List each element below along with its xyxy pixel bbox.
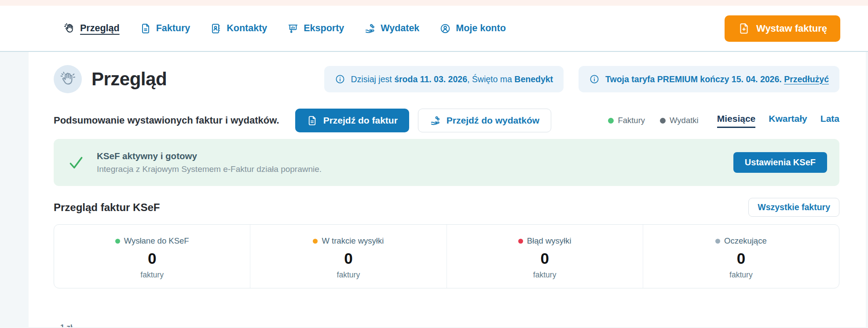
nav-label: Wydatek (381, 23, 419, 34)
nav-label: Eksporty (304, 23, 344, 34)
tab-kwartaly[interactable]: Kwartały (769, 113, 807, 128)
stat-value: 0 (148, 250, 156, 267)
stat-label-row: Wysłane do KSeF (115, 236, 189, 246)
stat-value: 0 (344, 250, 352, 267)
chart-axis-label-partial: 1 zł (60, 323, 839, 327)
status-dot-gray (715, 239, 720, 244)
ksef-section-header: Przegląd faktur KSeF Wszystkie faktury (54, 197, 839, 217)
info-icon (335, 74, 345, 84)
page-title: Przegląd (92, 69, 167, 90)
ksef-banner-subtitle: Integracja z Krajowym Systemem e-Faktur … (97, 164, 322, 174)
go-to-expenses-button[interactable]: Przejdź do wydatków (418, 109, 551, 132)
nav-item-moje-konto[interactable]: Moje konto (439, 23, 505, 34)
stat-value: 0 (540, 250, 549, 267)
period-tabs: Miesiące Kwartały Lata (717, 113, 839, 128)
tab-lata[interactable]: Lata (820, 113, 839, 128)
invoice-icon (140, 23, 151, 34)
nav-item-kontakty[interactable]: Kontakty (210, 23, 267, 34)
plan-text: Twoja taryfa PREMIUM kończy 15. 04. 2026… (605, 74, 829, 84)
wave-hand-illustration-icon (60, 71, 76, 87)
nav-item-eksporty[interactable]: Eksporty (287, 23, 344, 34)
stat-label: Wysłane do KSeF (124, 236, 189, 246)
page-header: Przegląd Dzisiaj jest środa 11. 03. 2026… (54, 61, 839, 97)
legend-item-wydatki: Wydatki (660, 116, 699, 125)
wave-hand-icon (64, 23, 75, 34)
expense-icon (364, 23, 376, 34)
nav-label: Kontakty (227, 23, 267, 34)
summary-text: Podsumowanie wystawionych faktur i wydat… (54, 115, 279, 126)
legend-item-faktury: Faktury (608, 116, 645, 125)
legend-dot-green (608, 118, 614, 124)
all-invoices-button[interactable]: Wszystkie faktury (748, 198, 839, 217)
tab-miesiace[interactable]: Miesiące (717, 113, 756, 128)
main-content: Przegląd Dzisiaj jest środa 11. 03. 2026… (29, 52, 866, 327)
chart-legend: Faktury Wydatki (608, 116, 698, 125)
nav-label: Przegląd (80, 23, 120, 34)
go-to-invoices-label: Przejdź do faktur (323, 115, 398, 126)
status-dot-red (518, 239, 523, 244)
ksef-status-banner: KSeF aktywny i gotowy Integracja z Krajo… (54, 139, 839, 186)
plan-info-pill: Twoja taryfa PREMIUM kończy 15. 04. 2026… (579, 66, 839, 92)
legend-dot-gray (660, 118, 666, 124)
stat-label: Oczekujące (724, 236, 767, 246)
today-text: Dzisiaj jest środa 11. 03. 2026, Święto … (351, 74, 553, 84)
nav-item-wydatek[interactable]: Wydatek (364, 23, 419, 34)
stat-label: Błąd wysyłki (527, 236, 571, 246)
info-icon (589, 74, 600, 84)
info-pills: Dzisiaj jest środa 11. 03. 2026, Święto … (324, 66, 839, 92)
stat-oczekujace: Oczekujące 0 faktury (643, 225, 839, 288)
stat-label-row: W trakcie wysyłki (313, 236, 384, 246)
nav-label: Faktury (156, 23, 190, 34)
stat-unit: faktury (729, 270, 753, 280)
stat-unit: faktury (337, 270, 360, 280)
expense-icon (430, 115, 441, 126)
top-notification-strip (0, 0, 868, 6)
create-invoice-label: Wystaw fakturę (756, 23, 827, 34)
stat-unit: faktury (533, 270, 557, 280)
today-info-pill: Dzisiaj jest środa 11. 03. 2026, Święto … (324, 66, 564, 92)
create-invoice-button[interactable]: Wystaw fakturę (725, 15, 840, 42)
ksef-stats-card: Wysłane do KSeF 0 faktury W trakcie wysy… (54, 224, 839, 288)
navbar: Przegląd Faktury Kontakty Eks (0, 6, 868, 52)
status-dot-orange (313, 239, 318, 244)
status-dot-green (115, 239, 120, 244)
stat-label-row: Oczekujące (715, 236, 767, 246)
stat-label-row: Błąd wysyłki (518, 236, 571, 246)
ksef-section-title: Przegląd faktur KSeF (54, 201, 160, 214)
stat-unit: faktury (140, 270, 164, 280)
extend-plan-link[interactable]: Przedłużyć (784, 74, 829, 84)
account-icon (439, 23, 451, 34)
stat-label: W trakcie wysyłki (322, 236, 384, 246)
stat-value: 0 (737, 250, 745, 267)
ksef-banner-title: KSeF aktywny i gotowy (97, 151, 322, 161)
invoice-icon (307, 115, 318, 126)
contacts-icon (210, 23, 222, 34)
new-document-icon (738, 22, 750, 35)
nav-item-faktury[interactable]: Faktury (140, 23, 190, 34)
ksef-settings-button[interactable]: Ustawienia KSeF (733, 152, 827, 173)
summary-row: Podsumowanie wystawionych faktur i wydat… (54, 109, 839, 132)
legend-label: Faktury (618, 116, 645, 125)
ksef-banner-text: KSeF aktywny i gotowy Integracja z Krajo… (97, 151, 322, 174)
nav-label: Moje konto (456, 23, 505, 34)
stat-blad-wysylki: Błąd wysyłki 0 faktury (447, 225, 643, 288)
page-avatar (54, 65, 82, 93)
nav-items: Przegląd Faktury Kontakty Eks (64, 23, 506, 34)
stat-wyslane-do-ksef: Wysłane do KSeF 0 faktury (54, 225, 250, 288)
exports-icon (287, 23, 299, 34)
go-to-expenses-label: Przejdź do wydatków (447, 115, 539, 126)
stat-w-trakcie-wysylki: W trakcie wysyłki 0 faktury (250, 225, 447, 288)
nav-item-przeglad[interactable]: Przegląd (64, 23, 120, 34)
legend-label: Wydatki (670, 116, 699, 125)
go-to-invoices-button[interactable]: Przejdź do faktur (295, 109, 409, 132)
check-icon (68, 154, 84, 171)
